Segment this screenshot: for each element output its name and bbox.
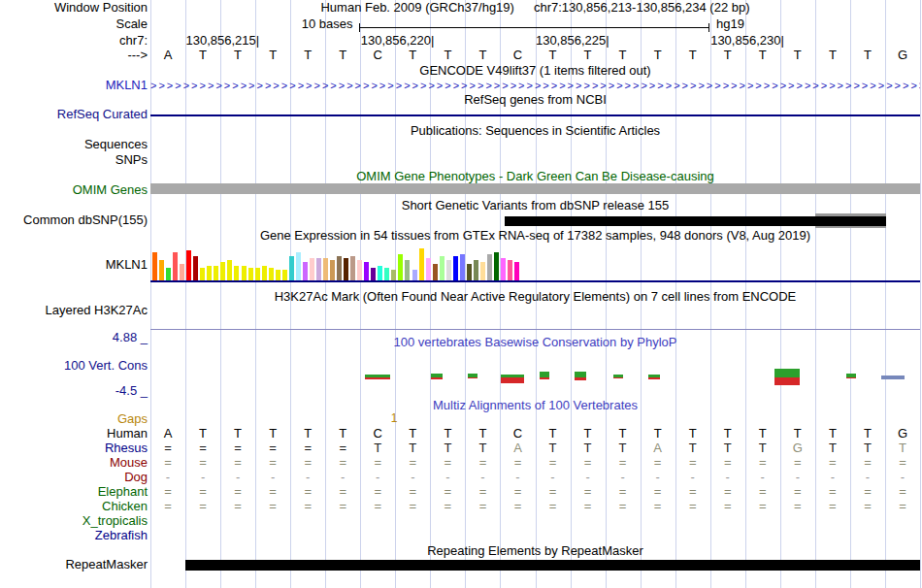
- phylop-negative-mark[interactable]: [613, 377, 623, 378]
- gtex-expression-bar[interactable]: [494, 252, 499, 281]
- phylop-negative-mark[interactable]: [846, 377, 856, 378]
- gtex-expression-bar[interactable]: [405, 260, 410, 281]
- gtex-expression-bar[interactable]: [186, 250, 191, 281]
- gtex-expression-bar[interactable]: [460, 254, 465, 281]
- multiz-align-char: =: [395, 499, 430, 513]
- repeatmasker-element[interactable]: [185, 560, 920, 571]
- repeatmasker-track-label[interactable]: RepeatMasker: [0, 557, 148, 572]
- dbsnp-track-label[interactable]: Common dbSNP(155): [0, 212, 148, 228]
- gtex-expression-bar[interactable]: [323, 258, 328, 281]
- gtex-expression-bar[interactable]: [344, 258, 348, 281]
- omim-gene-bar[interactable]: [150, 183, 920, 194]
- gtex-expression-bar[interactable]: [501, 258, 506, 281]
- gtex-expression-bar[interactable]: [255, 268, 260, 281]
- multiz-species-label-elephant[interactable]: Elephant: [0, 484, 148, 499]
- gtex-expression-bar[interactable]: [419, 248, 424, 281]
- ruler-tick-label: 130,856,220|: [361, 33, 435, 49]
- gtex-gene-label[interactable]: MKLN1: [0, 257, 148, 273]
- gtex-expression-bar[interactable]: [269, 268, 274, 281]
- gtex-expression-bar[interactable]: [480, 262, 485, 281]
- gtex-expression-bar[interactable]: [384, 268, 389, 281]
- gtex-expression-bar[interactable]: [357, 260, 362, 281]
- gtex-expression-bar[interactable]: [508, 260, 512, 281]
- phylop-negative-mark[interactable]: [540, 377, 549, 379]
- phylop-track-title: 100 vertebrates Basewise Conservation by…: [150, 335, 920, 350]
- multiz-species-label-human[interactable]: Human: [0, 426, 148, 441]
- gtex-expression-bar[interactable]: [207, 266, 212, 281]
- omim-track-label[interactable]: OMIM Genes: [0, 182, 148, 198]
- multiz-align-char: =: [850, 499, 885, 513]
- multiz-align-char: =: [395, 455, 430, 470]
- gtex-expression-bar[interactable]: [200, 268, 205, 281]
- gtex-expression-bar[interactable]: [227, 260, 232, 281]
- sequence-base: T: [395, 48, 430, 63]
- phylop-track-label[interactable]: 100 Vert. Cons: [0, 358, 148, 374]
- gtex-expression-bar[interactable]: [159, 260, 164, 281]
- gtex-expression-bar[interactable]: [337, 256, 342, 281]
- gtex-expression-bar[interactable]: [242, 266, 247, 281]
- gtex-expression-bar[interactable]: [330, 260, 335, 281]
- gtex-expression-bar[interactable]: [303, 262, 308, 281]
- gtex-expression-bar[interactable]: [310, 258, 314, 281]
- gtex-expression-bar[interactable]: [248, 268, 253, 281]
- phylop-negative-mark[interactable]: [648, 377, 660, 379]
- phylop-negative-mark[interactable]: [881, 377, 905, 379]
- phylop-negative-mark[interactable]: [468, 377, 477, 378]
- phylop-negative-mark[interactable]: [575, 377, 586, 380]
- multiz-gaps-label[interactable]: Gaps: [0, 411, 148, 427]
- gencode-gene-label[interactable]: MKLN1: [0, 78, 148, 93]
- phylop-negative-mark[interactable]: [365, 377, 390, 379]
- phylop-positive-mark[interactable]: [774, 369, 800, 377]
- gtex-expression-bar[interactable]: [220, 262, 225, 281]
- multiz-species-label-rhesus[interactable]: Rhesus: [0, 441, 148, 455]
- gtex-expression-bar[interactable]: [474, 260, 478, 281]
- gtex-expression-bar[interactable]: [426, 258, 431, 281]
- gtex-expression-bar[interactable]: [364, 262, 369, 281]
- gtex-expression-bar[interactable]: [453, 256, 458, 281]
- gtex-expression-bar[interactable]: [433, 264, 438, 281]
- gtex-expression-bar[interactable]: [262, 266, 267, 281]
- gtex-track-title: Gene Expression in 54 tissues from GTEx …: [150, 228, 920, 244]
- sequences-track-label[interactable]: Sequences: [0, 137, 148, 152]
- multiz-species-label-mouse[interactable]: Mouse: [0, 455, 148, 470]
- phylop-min-value: -4.5 _: [0, 383, 148, 399]
- gtex-expression-bar[interactable]: [289, 256, 294, 281]
- sequence-base: T: [185, 48, 220, 63]
- phylop-negative-mark[interactable]: [774, 377, 800, 385]
- gtex-expression-bar[interactable]: [234, 266, 239, 281]
- dbsnp-variant[interactable]: [505, 216, 886, 226]
- gtex-expression-bar[interactable]: [446, 260, 451, 281]
- sequence-base: A: [150, 48, 185, 63]
- gtex-expression-bar[interactable]: [350, 256, 355, 281]
- gtex-expression-bar[interactable]: [316, 258, 321, 281]
- gtex-expression-bar[interactable]: [214, 266, 218, 281]
- gtex-expression-bar[interactable]: [378, 266, 382, 281]
- h3k27ac-track-title: H3K27Ac Mark (Often Found Near Active Re…: [150, 289, 920, 305]
- multiz-species-label-dog[interactable]: Dog: [0, 470, 148, 484]
- h3k27ac-track-label[interactable]: Layered H3K27Ac: [0, 303, 148, 318]
- snps-track-label[interactable]: SNPs: [0, 152, 148, 168]
- gtex-expression-bar[interactable]: [193, 256, 198, 281]
- gtex-expression-bar[interactable]: [398, 254, 403, 281]
- gtex-expression-bar[interactable]: [514, 262, 519, 281]
- gtex-expression-bar[interactable]: [440, 256, 445, 281]
- gtex-expression-bar[interactable]: [180, 264, 184, 281]
- gtex-expression-bar[interactable]: [152, 252, 157, 281]
- refseq-gene-line[interactable]: [150, 114, 920, 116]
- gtex-expression-bar[interactable]: [467, 264, 472, 281]
- multiz-align-char: -: [885, 470, 920, 484]
- refseq-track-label[interactable]: RefSeq Curated: [0, 107, 148, 122]
- gtex-expression-bar[interactable]: [166, 268, 171, 281]
- multiz-species-label-chicken[interactable]: Chicken: [0, 499, 148, 513]
- gtex-expression-bar[interactable]: [296, 252, 301, 281]
- gtex-expression-bar[interactable]: [487, 254, 492, 281]
- phylop-negative-mark[interactable]: [501, 377, 524, 383]
- multiz-species-label-zebrafish[interactable]: Zebrafish: [0, 528, 148, 542]
- gtex-expression-bar[interactable]: [173, 252, 178, 281]
- gtex-expression-bar[interactable]: [371, 268, 376, 281]
- phylop-negative-mark[interactable]: [431, 377, 443, 379]
- multiz-align-char: =: [465, 499, 500, 513]
- gencode-gene-strand-arrows[interactable]: >>>>>>>>>>>>>>>>>>>>>>>>>>>>>>>>>>>>>>>>…: [150, 79, 920, 92]
- gtex-baseline: [150, 280, 920, 282]
- multiz-species-label-x_tropicalis[interactable]: X_tropicalis: [0, 513, 148, 528]
